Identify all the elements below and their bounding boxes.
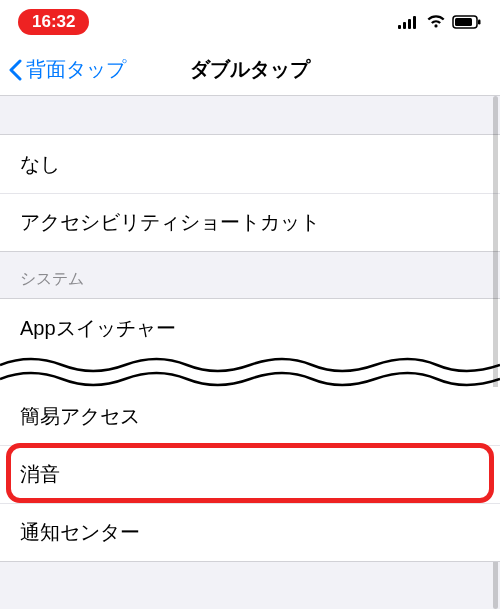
- svg-rect-0: [398, 25, 401, 29]
- svg-rect-6: [478, 20, 481, 25]
- wifi-icon: [426, 15, 446, 29]
- back-label: 背面タップ: [26, 56, 126, 83]
- svg-rect-5: [455, 18, 472, 26]
- svg-rect-3: [413, 16, 416, 29]
- option-app-switcher[interactable]: Appスイッチャー: [0, 299, 500, 357]
- status-time: 16:32: [18, 9, 89, 35]
- option-reachability[interactable]: 簡易アクセス: [0, 387, 500, 445]
- section-header-system: システム: [0, 252, 500, 298]
- option-accessibility-shortcut[interactable]: アクセシビリティショートカット: [0, 193, 500, 251]
- battery-icon: [452, 15, 482, 29]
- option-group-system-bottom: 簡易アクセス 消音 通知センター: [0, 387, 500, 562]
- page-title: ダブルタップ: [190, 56, 310, 83]
- option-label: 消音: [20, 461, 60, 488]
- content-truncation-indicator: [0, 357, 500, 387]
- option-label: Appスイッチャー: [20, 315, 176, 342]
- option-label: なし: [20, 151, 60, 178]
- option-none[interactable]: なし: [0, 135, 500, 193]
- status-icons: [398, 15, 482, 29]
- chevron-left-icon: [8, 59, 22, 81]
- option-group-general: なし アクセシビリティショートカット: [0, 134, 500, 252]
- option-notification-center[interactable]: 通知センター: [0, 503, 500, 561]
- status-bar: 16:32: [0, 0, 500, 44]
- cellular-icon: [398, 15, 420, 29]
- option-group-system-top: Appスイッチャー: [0, 298, 500, 357]
- option-label: 簡易アクセス: [20, 403, 140, 430]
- svg-rect-2: [408, 19, 411, 29]
- option-label: アクセシビリティショートカット: [20, 209, 320, 236]
- option-mute[interactable]: 消音: [0, 445, 500, 503]
- settings-list: なし アクセシビリティショートカット システム Appスイッチャー 簡易アクセス…: [0, 96, 500, 609]
- back-button[interactable]: 背面タップ: [0, 56, 126, 83]
- nav-bar: 背面タップ ダブルタップ: [0, 44, 500, 96]
- option-label: 通知センター: [20, 519, 140, 546]
- svg-rect-1: [403, 22, 406, 29]
